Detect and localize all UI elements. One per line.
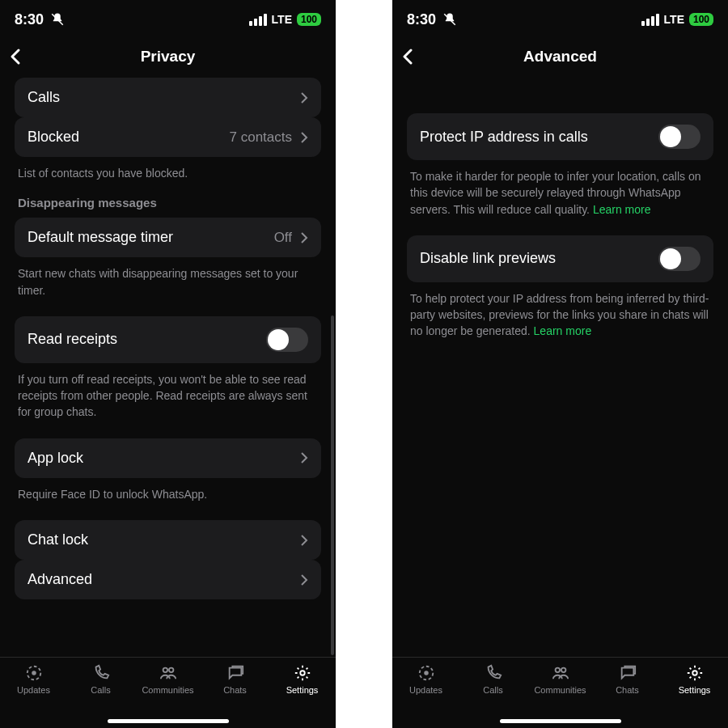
communities-icon [550,664,571,682]
privacy-screen: 8:30 LTE 100 Privacy Calls [0,0,336,728]
advanced-screen: 8:30 LTE 100 Advanced Protect IP address… [392,0,728,728]
row-label: Advanced [28,571,92,588]
updates-icon [416,664,437,682]
row-label: App lock [28,450,83,467]
protect-ip-toggle[interactable] [658,125,700,149]
row-read-receipts[interactable]: Read receipts [15,316,321,363]
row-label: Blocked [28,129,79,146]
chevron-right-icon [300,451,308,464]
header: Privacy [0,39,336,74]
row-advanced[interactable]: Advanced [15,560,321,599]
silent-icon [50,12,65,27]
chevron-right-icon [300,231,308,244]
tab-chats[interactable]: Chats [201,664,269,695]
signal-icon [641,14,659,26]
header: Advanced [392,39,728,74]
row-label: Read receipts [28,331,117,348]
row-chat-lock[interactable]: Chat lock [15,520,321,560]
status-time: 8:30 [407,11,436,28]
back-button[interactable] [6,47,26,66]
svg-point-11 [692,671,697,675]
updates-icon [23,664,44,682]
chevron-right-icon [300,574,308,586]
tab-calls[interactable]: Calls [67,664,134,695]
row-disable-link-previews[interactable]: Disable link previews [407,235,713,282]
tab-calls[interactable]: Calls [459,664,527,695]
svg-point-4 [168,668,173,673]
row-calls[interactable]: Calls [15,78,321,117]
status-bar: 8:30 LTE 100 [0,0,336,39]
row-blocked[interactable]: Blocked 7 contacts [15,117,321,157]
svg-point-2 [32,671,36,675]
tab-label: Calls [483,685,502,695]
tab-updates[interactable]: Updates [392,664,459,695]
tab-communities[interactable]: Communities [527,664,594,695]
tab-label: Chats [616,685,639,695]
chats-icon [617,664,638,682]
svg-point-3 [163,668,167,673]
page-title: Privacy [141,48,196,66]
svg-point-8 [424,671,429,675]
tab-bar: Updates Calls Communities Chats Settings [0,657,336,728]
status-time: 8:30 [15,11,44,28]
svg-point-5 [300,671,305,675]
row-label: Calls [28,89,60,106]
battery-indicator: 100 [297,13,321,26]
protectip-caption: To make it harder for people to infer yo… [407,160,713,218]
content: Protect IP address in calls To make it h… [392,74,728,657]
signal-icon [249,14,267,26]
home-indicator[interactable] [108,719,229,723]
phone-icon [483,664,504,682]
tab-label: Settings [679,685,711,695]
communities-icon [158,664,179,682]
tab-updates[interactable]: Updates [0,664,67,695]
tab-bar: Updates Calls Communities Chats Settings [392,657,728,728]
content: Calls Blocked 7 contacts List of contact… [0,74,336,657]
applock-caption: Require Face ID to unlock WhatsApp. [15,478,321,502]
disable-link-toggle[interactable] [658,247,700,271]
tab-label: Communities [534,685,586,695]
disablelink-caption: To help protect your IP address from bei… [407,282,713,340]
battery-indicator: 100 [689,13,713,26]
tab-settings[interactable]: Settings [269,664,336,695]
tab-label: Chats [223,685,247,695]
row-protect-ip[interactable]: Protect IP address in calls [407,113,713,160]
learn-more-link[interactable]: Learn more [593,203,651,216]
back-button[interactable] [399,47,418,66]
tab-label: Settings [286,685,319,695]
svg-point-10 [561,668,565,673]
silent-icon [442,12,457,27]
blocked-count: 7 contacts [230,129,293,146]
read-receipts-toggle[interactable] [266,328,308,352]
row-app-lock[interactable]: App lock [15,438,321,478]
network-label: LTE [664,13,684,26]
chevron-right-icon [300,91,308,104]
chevron-right-icon [300,534,308,547]
row-default-timer[interactable]: Default message timer Off [15,218,321,257]
tab-chats[interactable]: Chats [594,664,661,695]
row-label: Disable link previews [420,250,556,267]
learn-more-link[interactable]: Learn more [534,324,592,337]
chevron-right-icon [300,131,308,144]
chats-icon [225,664,246,682]
scrollbar[interactable] [331,315,334,655]
home-indicator[interactable] [500,719,621,723]
row-label: Chat lock [28,531,88,548]
row-label: Default message timer [28,229,173,246]
tab-communities[interactable]: Communities [134,664,201,695]
svg-point-9 [555,668,560,673]
status-bar: 8:30 LTE 100 [392,0,728,39]
tab-label: Calls [91,685,110,695]
tab-label: Updates [409,685,442,695]
timer-caption: Start new chats with disappearing messag… [15,257,321,298]
tab-label: Communities [142,685,193,695]
blocked-caption: List of contacts you have blocked. [15,157,321,181]
readreceipts-caption: If you turn off read receipts, you won't… [15,363,321,421]
section-disappearing: Disappearing messages [15,181,321,218]
network-label: LTE [272,13,292,26]
gear-icon [292,664,313,682]
phone-icon [91,664,112,682]
page-title: Advanced [523,48,597,66]
tab-settings[interactable]: Settings [661,664,728,695]
timer-value: Off [274,230,292,246]
